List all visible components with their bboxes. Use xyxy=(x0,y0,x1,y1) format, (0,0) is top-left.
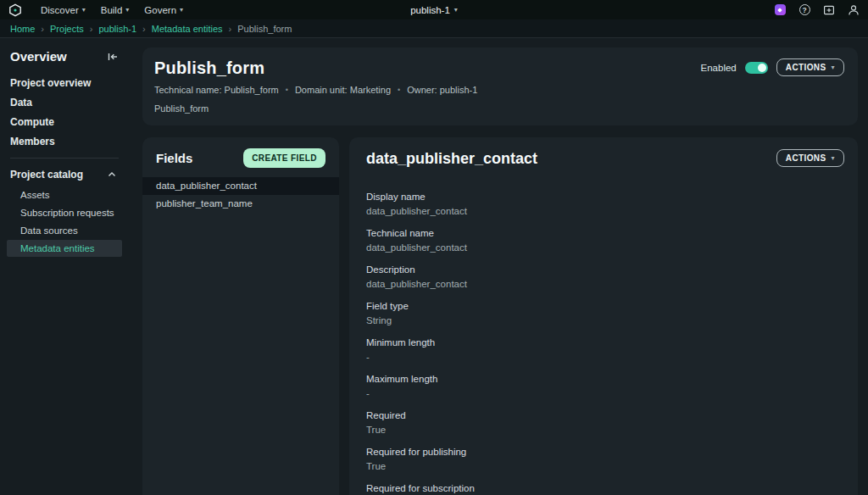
entity-meta: Technical name: Publish_form • Domain un… xyxy=(154,85,844,95)
chevron-up-icon xyxy=(107,170,117,180)
detail-group: Field type String xyxy=(366,300,841,326)
meta-owner: Owner: publish-1 xyxy=(407,85,477,95)
detail-group: Maximum length - xyxy=(366,373,841,399)
detail-label: Required xyxy=(366,409,841,421)
sidebar-item-subscription-requests[interactable]: Subscription requests xyxy=(7,204,122,221)
detail-label: Description xyxy=(366,264,841,275)
menu-discover-label: Discover xyxy=(41,5,79,15)
enabled-toggle[interactable] xyxy=(745,62,768,74)
detail-label: Maximum length xyxy=(366,373,841,385)
create-field-button[interactable]: CREATE FIELD xyxy=(243,148,326,168)
breadcrumb-home[interactable]: Home xyxy=(10,24,35,34)
enabled-label: Enabled xyxy=(701,63,737,73)
menu-build[interactable]: Build ▾ xyxy=(101,5,130,15)
detail-label: Field type xyxy=(366,300,841,312)
menu-discover[interactable]: Discover ▾ xyxy=(41,5,86,15)
main-content: Publish_form Technical name: Publish_for… xyxy=(129,38,868,495)
bullet-separator: • xyxy=(286,86,288,94)
help-icon[interactable]: ? xyxy=(798,4,810,16)
sidebar-item-compute[interactable]: Compute xyxy=(7,114,122,131)
entity-header-panel: Publish_form Technical name: Publish_for… xyxy=(142,47,858,125)
detail-label: Technical name xyxy=(366,227,841,239)
breadcrumb-current: Publish_form xyxy=(237,24,292,34)
detail-group: Technical name data_publisher_contact xyxy=(366,227,841,253)
detail-group: Required for publishing True xyxy=(366,446,841,472)
menu-build-label: Build xyxy=(101,5,123,15)
field-details-title: data_publisher_contact xyxy=(366,150,841,168)
sidebar-item-members[interactable]: Members xyxy=(7,133,122,150)
detail-value: True xyxy=(366,460,841,472)
details-actions-label: ACTIONS xyxy=(786,153,826,163)
breadcrumb-metadata-entities[interactable]: Metadata entities xyxy=(152,24,223,34)
header-actions-button[interactable]: ACTIONS ▾ xyxy=(776,58,844,76)
chevron-down-icon: ▾ xyxy=(832,64,835,71)
feedback-icon[interactable] xyxy=(823,4,835,16)
sidebar-section-project-catalog[interactable]: Project catalog xyxy=(7,167,122,182)
fields-panel-title: Fields xyxy=(156,151,192,165)
entity-description: Publish_form xyxy=(154,103,844,114)
menu-govern-label: Govern xyxy=(144,5,176,15)
detail-value: data_publisher_contact xyxy=(366,242,841,253)
chevron-down-icon: ▾ xyxy=(125,6,129,14)
sidebar-item-assets[interactable]: Assets xyxy=(7,186,122,203)
detail-value: data_publisher_contact xyxy=(366,205,841,217)
detail-value: data_publisher_contact xyxy=(366,278,841,290)
sidebar: Overview Project overview Data Compute M… xyxy=(0,38,129,495)
sidebar-item-data-sources[interactable]: Data sources xyxy=(7,222,122,239)
breadcrumb-project[interactable]: publish-1 xyxy=(98,24,136,34)
project-catalog-title: Project catalog xyxy=(10,169,83,181)
fields-panel: Fields CREATE FIELD data_publisher_conta… xyxy=(142,137,339,495)
breadcrumb-separator-icon: › xyxy=(41,24,44,34)
chevron-down-icon: ▾ xyxy=(82,6,86,14)
sidebar-item-project-overview[interactable]: Project overview xyxy=(7,75,122,92)
detail-value: - xyxy=(366,351,841,363)
detail-group: Required for subscription False xyxy=(366,482,841,495)
chevron-down-icon: ▾ xyxy=(180,6,183,14)
bullet-separator: • xyxy=(398,86,400,94)
collapse-sidebar-icon[interactable] xyxy=(107,51,119,63)
menu-govern[interactable]: Govern ▾ xyxy=(144,5,183,15)
field-list-item[interactable]: data_publisher_contact xyxy=(142,177,339,195)
app-root: Discover ▾ Build ▾ Govern ▾ publish-1 ▾ … xyxy=(0,0,868,495)
detail-group: Required True xyxy=(366,409,841,436)
detail-label: Required for subscription xyxy=(366,482,841,494)
chevron-down-icon: ▾ xyxy=(454,6,458,14)
topbar: Discover ▾ Build ▾ Govern ▾ publish-1 ▾ … xyxy=(0,0,868,19)
detail-value: String xyxy=(366,314,841,326)
detail-group: Description data_publisher_contact xyxy=(366,264,841,290)
field-details-panel: data_publisher_contact ACTIONS ▾ Display… xyxy=(349,137,858,495)
detail-group: Minimum length - xyxy=(366,336,841,363)
project-selector[interactable]: publish-1 ▾ xyxy=(410,5,458,15)
detail-group: Display name data_publisher_contact xyxy=(366,191,841,217)
project-selector-label: publish-1 xyxy=(410,5,450,15)
datazone-logo-icon[interactable] xyxy=(8,3,22,17)
topbar-left: Discover ▾ Build ▾ Govern ▾ xyxy=(8,3,183,17)
user-icon[interactable] xyxy=(848,4,860,16)
meta-technical-name: Technical name: Publish_form xyxy=(154,85,279,95)
breadcrumb-projects[interactable]: Projects xyxy=(50,24,84,34)
help-glyph: ? xyxy=(799,4,810,15)
meta-domain-unit: Domain unit: Marketing xyxy=(295,85,391,95)
sidebar-title: Overview xyxy=(10,49,67,64)
sidebar-item-data[interactable]: Data xyxy=(7,94,122,111)
breadcrumb: Home › Projects › publish-1 › Metadata e… xyxy=(0,19,868,38)
amazon-q-icon[interactable] xyxy=(774,4,786,16)
topbar-right: ? xyxy=(774,4,860,16)
sidebar-item-metadata-entities[interactable]: Metadata entities xyxy=(7,240,122,257)
chevron-down-icon: ▾ xyxy=(832,154,835,162)
field-detail-list: Display name data_publisher_contact Tech… xyxy=(366,191,841,495)
detail-label: Required for publishing xyxy=(366,446,841,458)
detail-label: Display name xyxy=(366,191,841,203)
breadcrumb-separator-icon: › xyxy=(142,24,146,34)
detail-value: True xyxy=(366,424,841,436)
breadcrumb-separator-icon: › xyxy=(229,24,232,34)
detail-label: Minimum length xyxy=(366,336,841,348)
sidebar-divider xyxy=(10,158,119,159)
breadcrumb-separator-icon: › xyxy=(90,24,93,34)
field-list-item[interactable]: publisher_team_name xyxy=(142,195,339,213)
details-actions-button[interactable]: ACTIONS ▾ xyxy=(776,149,844,167)
detail-value: - xyxy=(366,387,841,399)
header-actions-label: ACTIONS xyxy=(786,63,826,72)
